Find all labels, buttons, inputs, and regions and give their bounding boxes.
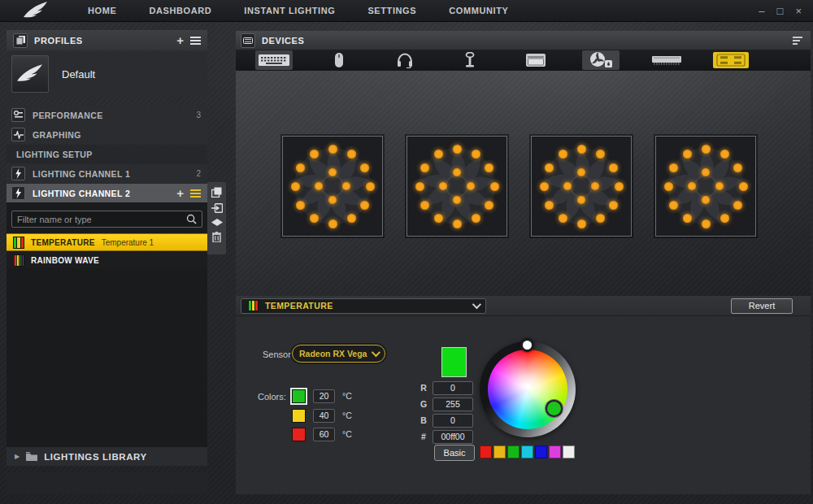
temp-stop-swatch[interactable]: [292, 389, 306, 403]
fan-led[interactable]: [291, 182, 300, 191]
fan-led[interactable]: [545, 163, 554, 172]
palette-swatch[interactable]: [563, 445, 575, 458]
fan-led[interactable]: [453, 145, 462, 154]
profile-item-default[interactable]: Default: [7, 51, 207, 97]
b-input[interactable]: [433, 414, 473, 428]
fan-led[interactable]: [609, 163, 618, 172]
sidebar-item-lighting-channel-1[interactable]: LIGHTING CHANNEL 1 2: [7, 164, 207, 183]
channel-menu-icon[interactable]: [190, 189, 201, 198]
fan-led[interactable]: [720, 150, 729, 159]
r-input[interactable]: [433, 381, 473, 395]
fan-led[interactable]: [669, 163, 678, 172]
fan-led[interactable]: [559, 214, 567, 223]
device-lighting-node[interactable]: [713, 52, 749, 68]
maximize-button[interactable]: □: [777, 6, 784, 16]
fan-led[interactable]: [467, 182, 475, 190]
fan-led[interactable]: [296, 163, 305, 172]
revert-button[interactable]: Revert: [731, 298, 793, 314]
device-psu[interactable]: [517, 50, 554, 70]
lighting-mode-dropdown[interactable]: TEMPERATURE: [241, 298, 486, 314]
lighting-item-temperature[interactable]: TEMPERATURE Temperature 1: [7, 233, 207, 251]
nav-settings[interactable]: SETTINGS: [367, 6, 416, 15]
device-ram[interactable]: [648, 50, 685, 70]
sidebar-item-graphing[interactable]: GRAPHING: [7, 125, 207, 144]
sidebar-item-lighting-setup[interactable]: LIGHTING SETUP: [7, 145, 207, 163]
temp-value-input[interactable]: [313, 409, 335, 423]
fan[interactable]: [655, 136, 756, 237]
fan[interactable]: [282, 136, 383, 237]
fan-led[interactable]: [577, 196, 585, 204]
g-input[interactable]: [433, 398, 473, 411]
profiles-menu-icon[interactable]: [190, 37, 201, 45]
fan-led[interactable]: [328, 145, 337, 154]
nav-instant-lighting[interactable]: INSTANT LIGHTING: [244, 6, 335, 15]
filter-field[interactable]: [11, 211, 202, 228]
fan-led[interactable]: [702, 219, 711, 228]
fan-led[interactable]: [591, 182, 599, 190]
fan[interactable]: [531, 136, 632, 237]
nav-home[interactable]: HOME: [88, 6, 116, 15]
fan-led[interactable]: [420, 201, 429, 210]
fan-led[interactable]: [683, 214, 692, 223]
palette-swatch[interactable]: [507, 445, 520, 458]
fan-led[interactable]: [360, 201, 369, 210]
palette-swatch[interactable]: [480, 445, 492, 458]
palette-swatch[interactable]: [549, 445, 561, 458]
nav-community[interactable]: COMMUNITY: [449, 6, 508, 15]
fan-led[interactable]: [453, 168, 461, 176]
palette-swatch[interactable]: [535, 445, 547, 458]
temp-value-input[interactable]: [313, 428, 335, 441]
fan-led[interactable]: [328, 219, 337, 228]
fan-led[interactable]: [415, 182, 424, 191]
fan-led[interactable]: [490, 182, 499, 191]
minimize-button[interactable]: –: [759, 6, 764, 16]
fan-led[interactable]: [683, 150, 692, 159]
fan[interactable]: [406, 136, 507, 237]
fan-led[interactable]: [360, 163, 369, 172]
device-fan-cooler[interactable]: [582, 50, 620, 70]
lighting-item-rainbow-wave[interactable]: RAINBOW WAVE: [7, 252, 207, 268]
fan-led[interactable]: [315, 182, 323, 190]
fan-led[interactable]: [577, 145, 586, 154]
fan-led[interactable]: [434, 150, 443, 159]
color-wheel[interactable]: [480, 341, 576, 437]
device-keyboard[interactable]: [255, 50, 293, 70]
fan-led[interactable]: [702, 196, 710, 204]
fan-led[interactable]: [615, 182, 624, 191]
fan-led[interactable]: [577, 168, 585, 176]
fan-led[interactable]: [296, 201, 305, 210]
fan-led[interactable]: [342, 182, 350, 190]
fan-led[interactable]: [563, 182, 572, 190]
fan-led[interactable]: [347, 150, 356, 159]
fan-led[interactable]: [347, 214, 356, 223]
fan-led[interactable]: [328, 196, 337, 204]
diamond-icon[interactable]: [211, 219, 223, 226]
fan-led[interactable]: [664, 182, 673, 191]
add-lighting-button[interactable]: +: [176, 187, 184, 199]
sort-icon[interactable]: [793, 37, 802, 45]
close-button[interactable]: ×: [795, 6, 802, 16]
basic-button[interactable]: Basic: [434, 445, 475, 461]
hex-input[interactable]: [433, 430, 473, 444]
fan-led[interactable]: [669, 201, 678, 210]
hue-disc[interactable]: [488, 350, 567, 429]
fan-led[interactable]: [328, 168, 337, 176]
fan-led[interactable]: [596, 214, 605, 223]
fan-led[interactable]: [702, 145, 711, 154]
fan-led[interactable]: [310, 214, 319, 223]
fan-led[interactable]: [366, 182, 375, 191]
fan-led[interactable]: [720, 214, 729, 223]
color-selector[interactable]: [546, 400, 563, 417]
trash-icon[interactable]: [212, 232, 221, 242]
sidebar-item-performance[interactable]: PERFORMANCE 3: [7, 106, 207, 124]
fan-led[interactable]: [472, 150, 480, 159]
temp-stop-swatch[interactable]: [292, 428, 306, 441]
fan-led[interactable]: [420, 163, 429, 172]
sensor-dropdown[interactable]: Radeon RX Vega T...: [292, 345, 385, 363]
copy-icon[interactable]: [211, 187, 222, 198]
fan-led[interactable]: [702, 168, 710, 176]
device-headset[interactable]: [386, 50, 424, 70]
device-mouse[interactable]: [320, 50, 358, 70]
fan-led[interactable]: [545, 201, 554, 210]
fan-led[interactable]: [439, 182, 447, 190]
